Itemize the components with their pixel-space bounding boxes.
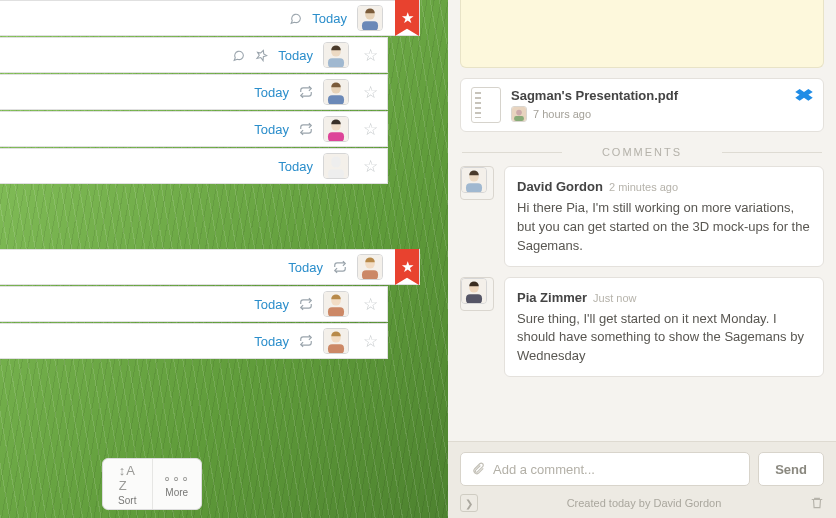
- attachment-icon[interactable]: [471, 462, 485, 476]
- svg-rect-14: [328, 169, 344, 179]
- task-row[interactable]: Today☆: [0, 286, 388, 322]
- trash-icon[interactable]: [810, 496, 824, 510]
- repeat-icon: [299, 297, 313, 311]
- pin-icon: [255, 49, 268, 62]
- detail-panel: Sagman's Presentation.pdf 7 hours ago CO…: [448, 0, 836, 518]
- created-by-text: Created today by David Gordon: [567, 497, 722, 509]
- task-row[interactable]: Today★: [0, 0, 420, 36]
- due-date: Today: [254, 297, 289, 312]
- svg-rect-8: [328, 95, 344, 105]
- comment-author: Pia Zimmer: [517, 290, 587, 305]
- comment-author: David Gordon: [517, 179, 603, 194]
- dropbox-icon: [795, 89, 813, 105]
- assignee-avatar: [323, 116, 349, 142]
- repeat-icon: [299, 122, 313, 136]
- due-date: Today: [312, 11, 347, 26]
- svg-rect-17: [362, 270, 378, 280]
- svg-rect-11: [328, 132, 344, 142]
- comment-avatar: [460, 166, 494, 200]
- task-list-panel: Today★Today☆Today☆Today☆Today☆Today★Toda…: [0, 0, 430, 518]
- star-button[interactable]: ☆: [359, 119, 381, 140]
- comment-bubble: David Gordon2 minutes ago Hi there Pia, …: [504, 166, 824, 267]
- assignee-avatar: [323, 42, 349, 68]
- assignee-avatar: [323, 328, 349, 354]
- comment-body: Sure thing, I'll get started on it next …: [517, 310, 811, 367]
- attachment-time: 7 hours ago: [533, 108, 591, 120]
- chat-icon: [289, 12, 302, 25]
- svg-rect-2: [362, 21, 378, 31]
- assignee-avatar: [357, 254, 383, 280]
- note-area[interactable]: [460, 0, 824, 68]
- sort-alpha-icon: ↕AZ: [119, 463, 136, 493]
- assignee-avatar: [323, 153, 349, 179]
- comments-header: COMMENTS: [448, 146, 836, 158]
- due-date: Today: [254, 334, 289, 349]
- document-icon: [471, 87, 501, 123]
- star-button[interactable]: ☆: [359, 45, 381, 66]
- star-button[interactable]: ☆: [359, 294, 381, 315]
- assignee-avatar: [357, 5, 383, 31]
- task-row[interactable]: Today★: [0, 249, 420, 285]
- svg-rect-29: [466, 183, 482, 193]
- star-ribbon[interactable]: ★: [395, 0, 419, 36]
- attachment-author-avatar: [511, 106, 527, 122]
- comment-avatar: [460, 277, 494, 311]
- repeat-icon: [299, 85, 313, 99]
- sort-button[interactable]: ↕AZ Sort: [103, 459, 153, 509]
- attachment-card[interactable]: Sagman's Presentation.pdf 7 hours ago: [460, 78, 824, 132]
- svg-point-25: [516, 110, 522, 116]
- repeat-icon: [333, 260, 347, 274]
- comment-time: 2 minutes ago: [609, 181, 678, 193]
- comment-time: Just now: [593, 292, 636, 304]
- compose-bar: Add a comment... Send ❯ Created today by…: [448, 441, 836, 518]
- chat-icon: [232, 49, 245, 62]
- task-row[interactable]: Today☆: [0, 148, 388, 184]
- comment-body: Hi there Pia, I'm still working on more …: [517, 199, 811, 256]
- star-button[interactable]: ☆: [359, 82, 381, 103]
- svg-rect-26: [514, 116, 524, 121]
- due-date: Today: [278, 159, 313, 174]
- comment: Pia ZimmerJust now Sure thing, I'll get …: [460, 277, 824, 378]
- star-ribbon[interactable]: ★: [395, 249, 419, 285]
- assignee-avatar: [323, 79, 349, 105]
- assignee-avatar: [323, 291, 349, 317]
- attachment-title: Sagman's Presentation.pdf: [511, 88, 678, 103]
- star-button[interactable]: ☆: [359, 331, 381, 352]
- sort-bar: ↕AZ Sort ∘∘∘ More: [102, 458, 202, 510]
- repeat-icon: [299, 334, 313, 348]
- expand-button[interactable]: ❯: [460, 494, 478, 512]
- task-row[interactable]: Today☆: [0, 323, 388, 359]
- due-date: Today: [278, 48, 313, 63]
- svg-rect-32: [466, 294, 482, 304]
- due-date: Today: [288, 260, 323, 275]
- comment-placeholder: Add a comment...: [493, 462, 595, 477]
- sort-label: Sort: [118, 495, 136, 506]
- svg-rect-20: [328, 307, 344, 317]
- comment-input[interactable]: Add a comment...: [460, 452, 750, 486]
- svg-rect-5: [328, 58, 344, 68]
- send-button[interactable]: Send: [758, 452, 824, 486]
- svg-rect-23: [328, 344, 344, 354]
- more-button[interactable]: ∘∘∘ More: [153, 459, 202, 509]
- due-date: Today: [254, 85, 289, 100]
- task-row[interactable]: Today☆: [0, 74, 388, 110]
- more-icon: ∘∘∘: [163, 470, 190, 485]
- due-date: Today: [254, 122, 289, 137]
- star-button[interactable]: ☆: [359, 156, 381, 177]
- comment: David Gordon2 minutes ago Hi there Pia, …: [460, 166, 824, 267]
- task-row[interactable]: Today☆: [0, 111, 388, 147]
- comment-bubble: Pia ZimmerJust now Sure thing, I'll get …: [504, 277, 824, 378]
- task-row[interactable]: Today☆: [0, 37, 388, 73]
- more-label: More: [165, 487, 188, 498]
